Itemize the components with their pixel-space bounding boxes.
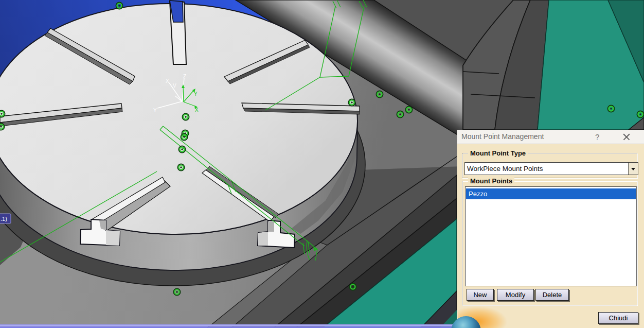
svg-text:Z: Z [183,74,186,79]
svg-text:.1): .1) [1,216,7,222]
svg-text:X: X [166,78,169,84]
svg-text:Y: Y [153,108,157,113]
svg-text:V: V [173,83,176,89]
svg-text:X: X [195,107,199,113]
svg-text:Y: Y [194,91,198,97]
